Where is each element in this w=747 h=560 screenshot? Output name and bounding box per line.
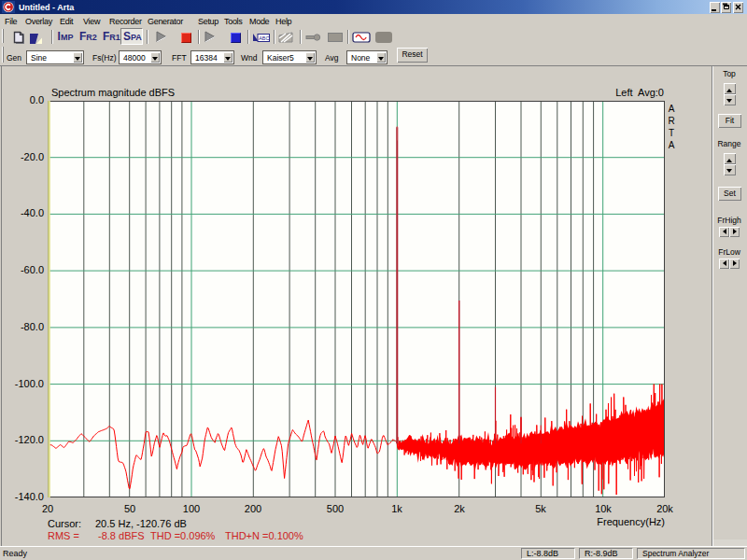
svg-text:ABC: ABC <box>259 35 269 41</box>
